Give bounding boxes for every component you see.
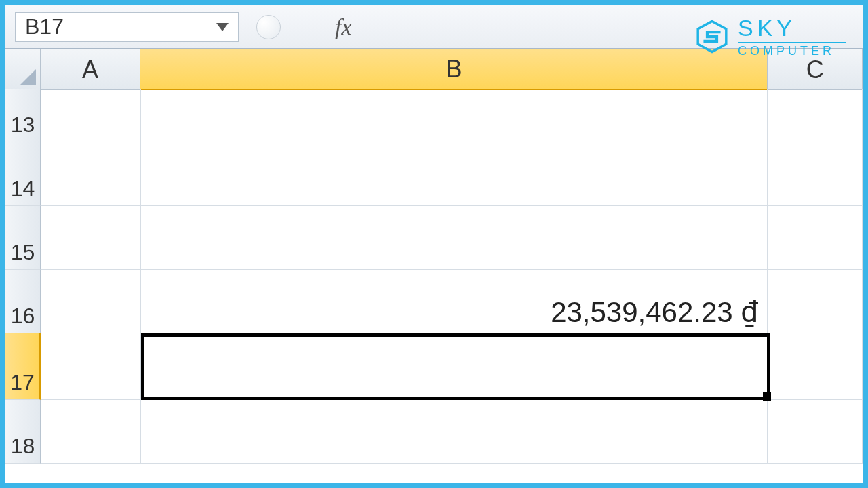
cell-B14[interactable]	[141, 142, 768, 205]
row-header-16[interactable]: 16	[5, 270, 41, 333]
cells-container: 23,539,462.23 ₫	[41, 89, 863, 483]
cell-B13[interactable]	[141, 89, 768, 142]
cell-C13[interactable]	[768, 89, 863, 142]
cell-B15[interactable]	[141, 206, 768, 269]
dropdown-arrow-icon[interactable]	[216, 23, 229, 31]
row-18	[41, 400, 863, 464]
svg-marker-0	[216, 23, 229, 31]
cell-A18[interactable]	[41, 400, 141, 463]
cell-A17[interactable]	[41, 333, 141, 399]
cancel-icon[interactable]	[256, 15, 281, 39]
cell-A13[interactable]	[41, 89, 141, 142]
brand-watermark: SKY COMPUTER	[694, 16, 846, 58]
row-header-13[interactable]: 13	[5, 89, 41, 142]
row-header-17[interactable]: 17	[5, 333, 41, 400]
cell-B18[interactable]	[141, 400, 768, 463]
row-16: 23,539,462.23 ₫	[41, 270, 863, 333]
brand-divider	[738, 42, 846, 43]
brand-line1: SKY	[738, 16, 846, 41]
row-header-15[interactable]: 15	[5, 206, 41, 270]
brand-line2: COMPUTER	[738, 45, 846, 58]
cell-C18[interactable]	[768, 400, 863, 463]
cell-A15[interactable]	[41, 206, 141, 269]
cell-B16[interactable]: 23,539,462.23 ₫	[141, 270, 768, 333]
fx-group: fx	[250, 12, 363, 42]
row-header-18[interactable]: 18	[5, 400, 41, 464]
cell-C14[interactable]	[768, 142, 863, 205]
cell-C15[interactable]	[768, 206, 863, 269]
cell-A14[interactable]	[41, 142, 141, 205]
name-box[interactable]: B17	[15, 12, 239, 42]
cell-B17[interactable]	[141, 333, 768, 399]
fx-icon[interactable]: fx	[335, 14, 352, 40]
grid-area: A B C 13 14 15 16 17 18	[5, 49, 863, 483]
brand-logo-icon	[694, 19, 730, 54]
cell-C16[interactable]	[768, 270, 863, 333]
column-header-B[interactable]: B	[140, 49, 768, 90]
column-header-A[interactable]: A	[41, 49, 141, 90]
row-15	[41, 206, 863, 270]
row-14	[41, 142, 863, 206]
cell-C17[interactable]	[768, 333, 863, 399]
cell-A16[interactable]	[41, 270, 141, 333]
brand-text: SKY COMPUTER	[738, 16, 846, 58]
spreadsheet-app: B17 fx SKY COMPUTER	[5, 5, 863, 483]
row-17	[41, 333, 863, 400]
row-13	[41, 89, 863, 142]
row-header-14[interactable]: 14	[5, 142, 41, 206]
name-box-value: B17	[25, 14, 64, 39]
select-all-corner[interactable]	[5, 49, 41, 90]
row-headers: 13 14 15 16 17 18	[5, 89, 41, 464]
sheet[interactable]: A B C 13 14 15 16 17 18	[5, 49, 863, 483]
